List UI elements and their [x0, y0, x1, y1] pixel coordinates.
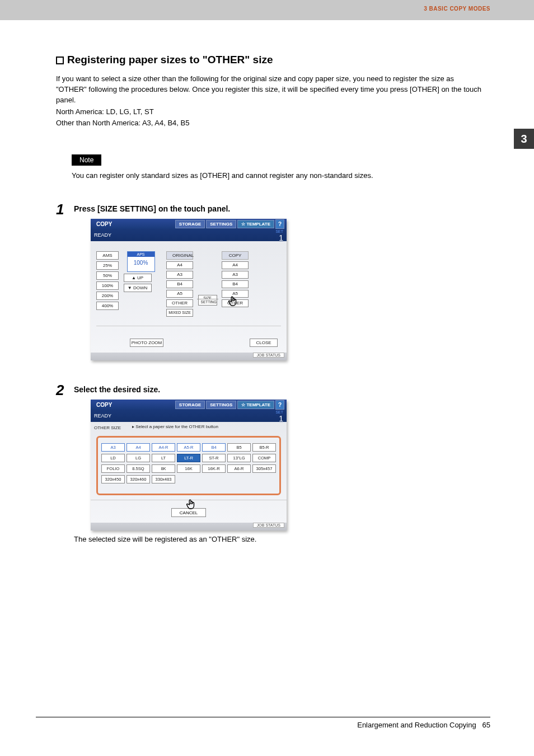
- size-option[interactable]: 16K: [177, 464, 200, 473]
- size-grid: A3A4A4-RA5-RB4B5B5-RLDLGLTLT-RST-R13"LGC…: [96, 436, 281, 495]
- size-option[interactable]: 320x450: [101, 475, 125, 483]
- header-section: 3 BASIC COPY MODES: [424, 6, 490, 12]
- close-button[interactable]: CLOSE: [250, 339, 278, 347]
- job-status-button[interactable]: JOB STATUS: [253, 353, 284, 358]
- zoom-ams[interactable]: AMS: [96, 251, 119, 260]
- size-option[interactable]: 320x460: [127, 475, 150, 483]
- size-option[interactable]: B5-R: [252, 443, 276, 452]
- orig-b4[interactable]: B4: [166, 280, 193, 288]
- size-option[interactable]: FOLIO: [101, 464, 125, 473]
- size-option[interactable]: A6-R: [227, 464, 251, 473]
- zoom-100[interactable]: 100%: [96, 281, 119, 290]
- zoom-up-button[interactable]: ▲ UP: [124, 274, 152, 282]
- step2-number: 2: [56, 382, 74, 399]
- photo-zoom-button[interactable]: PHOTO ZOOM: [130, 339, 163, 347]
- size-option[interactable]: 13"LG: [227, 454, 251, 462]
- bookmark-icon: [56, 57, 64, 64]
- size-option[interactable]: A4: [127, 443, 150, 452]
- storage-button[interactable]: STORAGE: [175, 220, 205, 228]
- zoom-down-button[interactable]: ▼ DOWN: [124, 284, 152, 292]
- orig-a4[interactable]: A4: [166, 261, 193, 269]
- note-text: You can register only standard sizes as …: [72, 171, 481, 180]
- orig-other[interactable]: OTHER: [166, 299, 193, 307]
- help-button[interactable]: ?: [275, 219, 284, 229]
- template-button[interactable]: ☆ TEMPLATE: [237, 220, 274, 228]
- size-option[interactable]: 305x457: [252, 464, 276, 473]
- copy-label: COPY: [222, 251, 249, 260]
- size-option[interactable]: LG: [127, 454, 150, 462]
- step1-number: 1: [56, 201, 74, 218]
- copy-other[interactable]: OTHER: [222, 299, 249, 307]
- size-option[interactable]: A3: [101, 443, 125, 452]
- size-option[interactable]: B4: [202, 443, 226, 452]
- orig-a3[interactable]: A3: [166, 271, 193, 279]
- cancel-button[interactable]: CANCEL: [171, 508, 206, 517]
- app-title: COPY: [96, 221, 112, 227]
- zoom-preset-column: AMS 25% 50% 100% 200% 400%: [96, 251, 119, 312]
- aps-display[interactable]: APS 100%: [127, 251, 155, 272]
- size-option[interactable]: A5-R: [177, 443, 200, 452]
- other-size-instruction: ▸ Select a paper size for the OTHER butt…: [132, 424, 218, 429]
- size-option[interactable]: A4-R: [152, 443, 175, 452]
- settings-button[interactable]: SETTINGS: [206, 401, 236, 409]
- step2-title: Select the desired size.: [74, 385, 481, 394]
- size-option[interactable]: B5: [227, 443, 251, 452]
- copy-a4[interactable]: A4: [222, 261, 249, 269]
- settings-button[interactable]: SETTINGS: [206, 220, 236, 228]
- help-button[interactable]: ?: [275, 400, 284, 410]
- zoom-25[interactable]: 25%: [96, 261, 119, 270]
- step1-title: Press [SIZE SETTING] on the touch panel.: [74, 204, 481, 213]
- size-option[interactable]: LT: [152, 454, 175, 462]
- size-option[interactable]: COMP: [252, 454, 276, 462]
- zoom-50[interactable]: 50%: [96, 271, 119, 280]
- size-option[interactable]: LT-R: [177, 454, 200, 462]
- copy-b4[interactable]: B4: [222, 280, 249, 288]
- note-label: Note: [72, 154, 101, 166]
- app-title: COPY: [96, 402, 112, 408]
- job-status-button[interactable]: JOB STATUS: [253, 523, 284, 528]
- intro-p1: If you want to select a size other than …: [56, 74, 481, 106]
- copy-a5[interactable]: A5: [222, 290, 249, 298]
- intro-p3: Other than North America: A3, A4, B4, B5: [56, 118, 481, 129]
- step2-note: The selected size will be registered as …: [74, 535, 481, 543]
- status-text: READY: [94, 413, 111, 419]
- copy-a3[interactable]: A3: [222, 271, 249, 279]
- status-text: READY: [94, 232, 111, 238]
- chapter-tab: 3: [514, 129, 534, 149]
- orig-a5[interactable]: A5: [166, 290, 193, 298]
- size-option[interactable]: 330x483: [152, 475, 175, 483]
- zoom-200[interactable]: 200%: [96, 292, 119, 300]
- size-option[interactable]: 16K-R: [202, 464, 226, 473]
- intro-p2: North America: LD, LG, LT, ST: [56, 107, 481, 118]
- screenshot-panel-1: COPY STORAGE SETTINGS ☆ TEMPLATE ? READY…: [91, 219, 287, 360]
- mixed-size-button[interactable]: MIXED SIZE: [166, 309, 193, 317]
- other-size-label: OTHER SIZE: [91, 422, 121, 431]
- page-footer: Enlargement and Reduction Copying 65: [36, 717, 490, 729]
- size-option[interactable]: 8K: [152, 464, 175, 473]
- original-label: ORIGINAL: [166, 251, 193, 260]
- section-heading: Registering paper sizes to "OTHER" size: [56, 54, 481, 66]
- size-option[interactable]: LD: [101, 454, 125, 462]
- size-option[interactable]: 8.5SQ: [127, 464, 150, 473]
- zoom-400[interactable]: 400%: [96, 302, 119, 310]
- storage-button[interactable]: STORAGE: [175, 401, 205, 409]
- screenshot-panel-2: COPY STORAGE SETTINGS ☆ TEMPLATE ? READY…: [91, 400, 287, 530]
- size-setting-button[interactable]: SIZE SETTING: [198, 295, 217, 306]
- size-option[interactable]: ST-R: [202, 454, 226, 462]
- template-button[interactable]: ☆ TEMPLATE: [237, 401, 274, 409]
